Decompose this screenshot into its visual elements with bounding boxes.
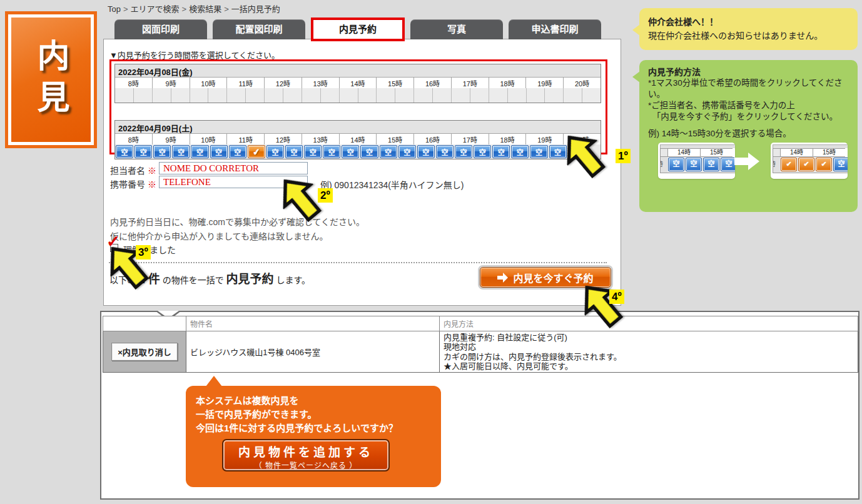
viewing-method-cell: 内見重複予約: 自社設定に従う(可) 現地対応 カギの開け方は、内見予約登録後表… (440, 331, 858, 373)
time-slot[interactable]: 空 (116, 145, 133, 158)
slot-row (115, 88, 601, 103)
time-slot[interactable]: 空 (511, 145, 529, 158)
vacant-label: 空 (385, 147, 392, 157)
broker-notice-box: 仲介会社様へ！！ 現在仲介会社様へのお知らせはありません。 (639, 8, 858, 50)
time-slot[interactable]: 空 (455, 145, 472, 158)
time-slot[interactable]: 空 (398, 145, 416, 158)
time-slot (508, 88, 527, 103)
vacant-label: 空 (422, 147, 429, 157)
vacant-label: 空 (347, 147, 354, 157)
time-slot[interactable]: 空 (474, 145, 491, 158)
time-slot[interactable]: 空 (417, 145, 435, 158)
hour-header: 11時 (227, 134, 265, 144)
vacant-label: 空 (498, 147, 505, 157)
speech-tail-icon (632, 71, 640, 83)
mini-hour-stub (660, 148, 667, 157)
time-slot[interactable]: ✔ (248, 145, 265, 158)
time-slot[interactable]: 空 (342, 145, 359, 158)
hour-header: 10時 (190, 78, 228, 88)
time-slot[interactable]: 空 (285, 145, 303, 158)
partial-hour-label: 時 (773, 160, 776, 168)
example-after-card: 14時15時時✔✔✔空 (771, 143, 848, 179)
tab-図面印刷[interactable]: 図面印刷 (114, 19, 207, 39)
add-property-button-label: 内見物件を追加する (223, 443, 388, 460)
vacant-label: 空 (460, 147, 467, 157)
time-slot[interactable]: 空 (323, 145, 340, 158)
breadcrumb-item[interactable]: 検索結果 (189, 4, 221, 14)
hour-header: 15時 (377, 134, 414, 144)
time-slot[interactable]: 空 (492, 145, 510, 158)
tab-申込書印刷[interactable]: 申込書印刷 (509, 19, 601, 39)
howto-example-caption: 例) 14時～15時30分を選択する場合。 (648, 128, 849, 139)
day-table-friday: 2022年04月08日(金)8時9時10時11時12時13時14時15時16時1… (114, 64, 601, 103)
time-slot[interactable]: 空 (153, 145, 171, 158)
hour-header: 17時 (452, 134, 489, 144)
reservation-panel: ▼内見予約を行う時間帯を選択してください。 2022年04月08日(金)8時9時… (103, 39, 621, 306)
check-icon: ✔ (252, 146, 261, 157)
mini-stub-cell: 時 (773, 157, 780, 173)
timeslot-highlight-frame: 2022年04月08日(金)8時9時10時11時12時13時14時15時16時1… (109, 59, 607, 154)
hour-header: 19時 (526, 78, 564, 88)
mini-time-slot: ✔ (781, 158, 797, 171)
vacant-label: 空 (196, 147, 203, 157)
mini-slot-row: 時✔✔✔空 (773, 157, 848, 173)
time-slot[interactable]: 空 (360, 145, 378, 158)
breadcrumb-item[interactable]: 一括内見予約 (231, 4, 280, 14)
time-slot[interactable]: 空 (134, 145, 152, 158)
time-slot[interactable]: 空 (266, 145, 284, 158)
time-slot (358, 88, 377, 103)
tab-内見予約[interactable]: 内見予約 (311, 18, 405, 41)
tab-写真[interactable]: 写真 (410, 19, 503, 39)
cancel-viewing-button[interactable]: ×内見取り消し (111, 343, 178, 361)
vacant-label: 空 (234, 147, 241, 157)
cancel-cell: ×内見取り消し (103, 331, 186, 373)
time-slot[interactable]: 空 (380, 145, 397, 158)
example-before-card: 14時15時時空空空空 (658, 143, 735, 179)
hour-header-row: 8時9時10時11時12時13時14時15時16時17時18時19時20時 (115, 134, 601, 144)
hour-header: 9時 (153, 134, 190, 144)
time-slot[interactable]: 空 (172, 145, 190, 158)
mini-time-slot: 空 (721, 158, 735, 171)
viewing-badge-inner: 内見 (8, 14, 94, 145)
hour-header: 16時 (414, 134, 452, 144)
hour-header: 14時 (340, 134, 377, 144)
breadcrumb-item[interactable]: エリアで検索 (131, 4, 180, 14)
viewing-badge: 内見 (5, 11, 97, 148)
time-slot[interactable]: 空 (229, 145, 246, 158)
right-arrow-icon (497, 273, 508, 283)
speech-tail-up-icon (206, 376, 222, 386)
tab-配置図印刷[interactable]: 配置図印刷 (213, 19, 305, 39)
howto-title: 内見予約方法 (648, 66, 849, 78)
time-slot[interactable]: 空 (304, 145, 322, 158)
step-label-3: 3º (136, 245, 151, 260)
vacant-label: 空 (328, 147, 335, 157)
hour-header: 12時 (265, 78, 302, 88)
time-slot[interactable]: 空 (436, 145, 454, 158)
step-label-2: 2º (318, 188, 333, 203)
hour-header: 10時 (190, 134, 228, 144)
add-property-button[interactable]: 内見物件を追加する （ 物件一覧ページへ戻る ） (222, 439, 390, 471)
mini-time-slot: ✔ (816, 158, 832, 171)
phone-example-hint: 例) 09012341234(半角ハイフン無し) (320, 178, 464, 191)
time-slot (564, 88, 582, 103)
breadcrumb-item[interactable]: Top (108, 4, 121, 14)
mini-hour-header: 15時 (700, 148, 733, 157)
method-line: ★入居可能日以降、内見可能です。 (444, 361, 854, 371)
breadcrumb-separator: > (182, 4, 187, 14)
broker-notice-body: 現在仲介会社様へのお知らせはありません。 (648, 29, 849, 41)
multi-viewing-bubble: 本システムは複数内見を 一括で内見予約ができます。 今回は1件に対する内見予約で… (186, 386, 441, 487)
hour-header: 11時 (227, 78, 265, 88)
hour-header: 8時 (115, 78, 153, 88)
summary-suffix: します。 (276, 275, 310, 285)
summary-middle: の物件を一括で (163, 275, 224, 285)
agent-name-input[interactable] (159, 162, 308, 174)
mini-hour-row: 14時15時 (660, 148, 735, 157)
time-slot[interactable]: 空 (530, 145, 547, 158)
time-slot[interactable]: 空 (210, 145, 228, 158)
speech-tail-icon (632, 24, 640, 36)
time-slot (190, 88, 209, 103)
time-slot[interactable]: 空 (191, 145, 208, 158)
vacant-label: 空 (271, 147, 278, 157)
time-slot (227, 88, 246, 103)
dotted-divider (109, 262, 607, 263)
